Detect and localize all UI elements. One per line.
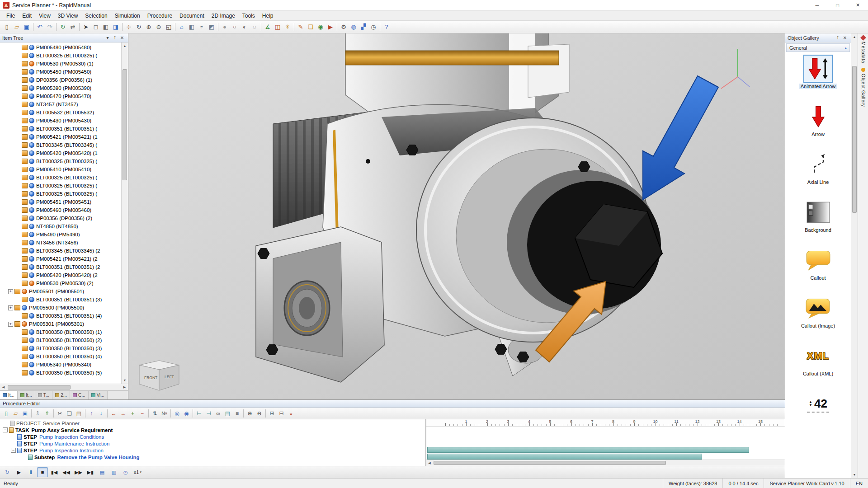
close-icon[interactable]: ✕ <box>841 34 849 42</box>
move-down-icon[interactable]: ↓ <box>96 408 106 418</box>
scroll-thumb[interactable] <box>8 385 71 389</box>
step-back-button[interactable]: ◀◀ <box>61 467 72 477</box>
tree-item[interactable]: +PM005501 (PM005501) <box>0 287 121 296</box>
demote-icon[interactable]: → <box>118 408 128 418</box>
tree-item[interactable]: PM005450 (PM005450) <box>0 68 121 76</box>
select-cursor-icon[interactable]: ➤ <box>81 22 91 32</box>
chart-icon[interactable]: ▞ <box>359 22 368 32</box>
procedure-timeline[interactable]: 123456789101112131415 ◀ <box>426 419 785 466</box>
item-tree-horizontal-scrollbar[interactable]: ◀ ▶ <box>0 384 128 390</box>
tree-item[interactable]: PM005470 (PM005470) <box>0 92 121 100</box>
stop-button[interactable]: ■ <box>37 467 48 477</box>
timeline-bar[interactable] <box>427 454 702 460</box>
procedure-row-remove-the-pump-valve-housing[interactable]: SubstepRemove the Pump Valve Housing <box>0 454 425 460</box>
open-file-icon[interactable]: ▱ <box>12 22 22 32</box>
menu-help[interactable]: Help <box>259 12 277 20</box>
tree-item[interactable]: PM005420 (PM005420) (2 <box>0 271 121 279</box>
pause-button[interactable]: Ⅱ <box>25 467 36 477</box>
help-icon[interactable]: ? <box>382 22 392 32</box>
copy-icon[interactable]: ❏ <box>65 408 74 418</box>
gallery-item-item[interactable]: ▲ ▼42 <box>803 390 833 419</box>
section-icon[interactable]: ◫ <box>273 22 283 32</box>
color-settings-icon[interactable]: ◒ <box>286 408 296 418</box>
align-start-icon[interactable]: ⊢ <box>194 408 204 418</box>
zoom-out-icon[interactable]: ⊖ <box>154 22 164 32</box>
tree-item[interactable]: +PM005500 (PM005500) <box>0 304 121 312</box>
view-top-icon[interactable]: ◓ <box>197 22 207 32</box>
reorder-icon[interactable]: ⇅ <box>150 408 160 418</box>
scroll-up-icon[interactable]: ▲ <box>851 33 858 40</box>
scroll-up-icon[interactable]: ▲ <box>122 42 128 49</box>
render-wireframe-icon[interactable]: ○ <box>230 22 240 32</box>
expand-all-icon[interactable]: ⊞ <box>267 408 277 418</box>
open-procedure-icon[interactable]: ▱ <box>11 408 20 418</box>
tree-item[interactable]: BLT000325 (BLT000325) ( <box>0 52 121 60</box>
gallery-item-callout[interactable]: Callout <box>803 246 833 281</box>
menu-document[interactable]: Document <box>176 12 208 20</box>
list-view-icon[interactable]: ≡ <box>232 408 242 418</box>
tree-item[interactable]: BLT000350 (BLT000350) (2) <box>0 336 121 344</box>
tree-item[interactable]: NT3456 (NT3456) <box>0 239 121 247</box>
snapshot-icon[interactable]: ◉ <box>316 22 326 32</box>
paste-icon[interactable]: ▤ <box>74 408 84 418</box>
menu-selection[interactable]: Selection <box>81 12 111 20</box>
loop-button[interactable]: ↻ <box>2 467 13 477</box>
new-procedure-icon[interactable]: ▯ <box>1 408 11 418</box>
3d-model[interactable] <box>128 33 785 399</box>
view-home-icon[interactable]: ⌂ <box>177 22 187 32</box>
close-icon[interactable]: ✕ <box>118 34 126 42</box>
undo-icon[interactable]: ↶ <box>35 22 45 32</box>
tree-item[interactable]: PM005410 (PM005410) <box>0 165 121 174</box>
timer-icon[interactable]: ◷ <box>368 22 378 32</box>
menu-view[interactable]: View <box>35 12 54 20</box>
pin-icon[interactable]: ⊺ <box>111 34 118 42</box>
select-group-icon[interactable]: ◧ <box>101 22 111 32</box>
panel-tab-4[interactable]: 2... <box>52 391 70 399</box>
zoom-fit-icon[interactable]: ◱ <box>164 22 174 32</box>
find-icon[interactable]: ◎ <box>172 408 182 418</box>
import-icon[interactable]: ⇩ <box>33 408 42 418</box>
measure-icon[interactable]: ∡ <box>263 22 273 32</box>
menu-edit[interactable]: Edit <box>19 12 35 20</box>
tree-item[interactable]: BLT000325 (BLT000325) ( <box>0 174 121 182</box>
menu-3d-view[interactable]: 3D View <box>54 12 81 20</box>
menu-simulation[interactable]: Simulation <box>111 12 144 20</box>
save-procedure-icon[interactable]: ▣ <box>20 408 30 418</box>
sync-icon[interactable]: ⇄ <box>68 22 78 32</box>
chevron-down-icon[interactable]: ▾ <box>104 34 111 42</box>
tree-item[interactable]: PM5490 (PM5490) <box>0 230 121 239</box>
menu-procedure[interactable]: Procedure <box>144 12 176 20</box>
tree-item[interactable]: BLT000325 (BLT000325) ( <box>0 190 121 198</box>
menu-2d-image[interactable]: 2D Image <box>208 12 239 20</box>
scroll-left-icon[interactable]: ◀ <box>426 460 433 466</box>
settings-icon[interactable]: ⚙ <box>339 22 349 32</box>
tree-item[interactable]: BLT000350 (BLT000350) (1) <box>0 328 121 336</box>
zoom-timeline-in-icon[interactable]: ⊕ <box>245 408 255 418</box>
export-icon[interactable]: ⇧ <box>42 408 52 418</box>
tree-item[interactable]: PM005390 (PM005390) <box>0 84 121 92</box>
go-end-button[interactable]: ▶▮ <box>85 467 96 477</box>
panel-tab-1[interactable]: It... <box>0 391 18 399</box>
tree-item[interactable]: PM00530 (PM00530) (2) <box>0 279 121 287</box>
timeline-scrollbar[interactable]: ◀ <box>426 460 785 466</box>
tree-item[interactable]: PM005480 (PM005480) <box>0 43 121 52</box>
procedure-row-pump-maintenance-instruction[interactable]: STEPPump Maintenance Instruction <box>0 440 425 447</box>
collapse-icon[interactable]: − <box>11 448 16 453</box>
menu-file[interactable]: File <box>3 12 19 20</box>
refresh-icon[interactable]: ↻ <box>58 22 68 32</box>
step-forward-button[interactable]: ▶▶ <box>73 467 84 477</box>
save-icon[interactable]: ▣ <box>22 22 32 32</box>
render-hidden-line-icon[interactable]: ◐ <box>240 22 250 32</box>
panel-tab-5[interactable]: C... <box>70 391 89 399</box>
add-step-icon[interactable]: + <box>128 408 137 418</box>
promote-icon[interactable]: ← <box>109 408 118 418</box>
view-iso-icon[interactable]: ◩ <box>207 22 217 32</box>
tree-item[interactable]: PM005430 (PM005430) <box>0 117 121 125</box>
render-shaded-icon[interactable]: ● <box>220 22 230 32</box>
tree-item[interactable]: BLT003345 (BLT003345) ( <box>0 141 121 149</box>
tree-item[interactable]: PM005421 (PM005421) (1 <box>0 133 121 141</box>
render-transparent-icon[interactable]: ◌ <box>250 22 259 32</box>
gallery-item-background[interactable]: Background <box>803 198 833 233</box>
maximize-button[interactable]: □ <box>827 0 848 10</box>
menu-tools[interactable]: Tools <box>239 12 259 20</box>
